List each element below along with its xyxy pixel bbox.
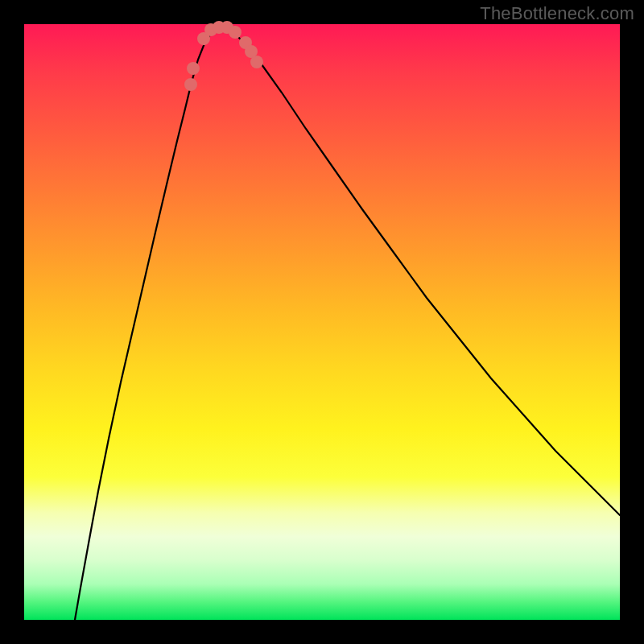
highlight-dot [187, 62, 200, 75]
highlight-dot [184, 78, 197, 91]
highlight-dot [229, 26, 242, 39]
chart-frame: TheBottleneck.com [0, 0, 644, 644]
plot-area [24, 24, 620, 620]
marker-group [184, 21, 263, 91]
watermark-text: TheBottleneck.com [480, 3, 634, 24]
chart-svg [24, 24, 620, 620]
bottleneck-curve [75, 27, 620, 620]
highlight-dot [250, 56, 263, 68]
